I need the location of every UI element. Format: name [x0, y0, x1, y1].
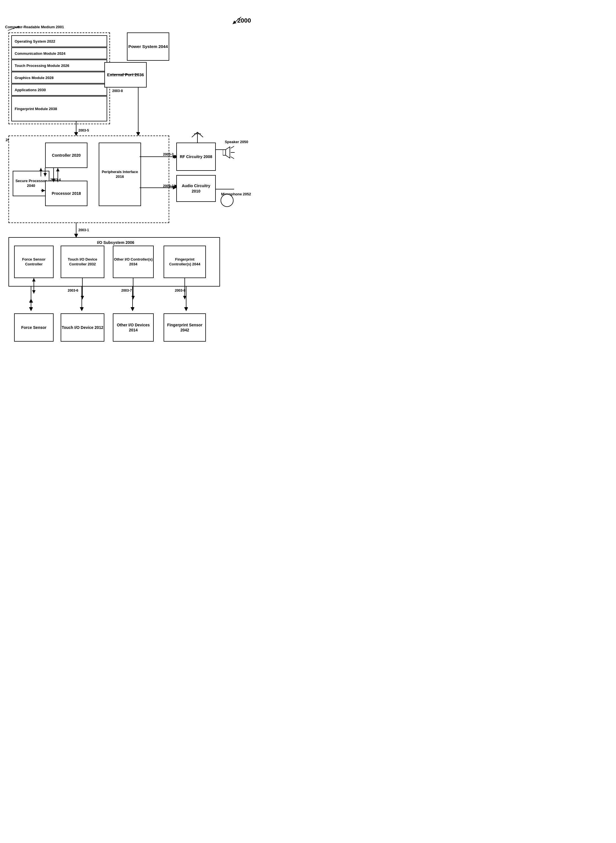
force-sensor-controller-box: Force Sensor Controller [14, 246, 54, 278]
crm-to-main-arrows [0, 121, 260, 137]
power-system-box: Power System 2044 [127, 32, 169, 61]
graphics-module-row: Graphics Module 2028 [11, 72, 107, 84]
comm-module-row: Communication Module 2024 [11, 47, 107, 59]
internal-arrows [9, 141, 104, 212]
conn-2003-8-top-label: 2003-8 [112, 89, 123, 93]
svg-point-31 [221, 194, 233, 207]
diagram-container: 2000 Computer-Readable Medium 2001 Opera… [0, 0, 260, 356]
peripherals-interface-box: Peripherals Interface 2016 [99, 143, 141, 206]
fingerprint-module-row: Fingerprint Module 2038 [11, 96, 107, 121]
fingerprint-sensor-box: Fingerprint Sensor 2042 [164, 313, 206, 341]
svg-marker-26 [226, 147, 230, 158]
touch-proc-module-row: Touch Processing Module 2026 [11, 60, 107, 71]
diagram-number-arrow [227, 16, 244, 27]
speaker-label: Speaker 2050 [225, 140, 248, 144]
ext-port-line [110, 73, 138, 76]
other-io-devices-box: Other I/O Devices 2014 [113, 313, 154, 341]
audio-circuitry-box: Audio Circuitry 2010 [176, 175, 216, 202]
io-subsystem-label: I/O Subsystem 2006 [97, 240, 134, 245]
touch-io-device-box: Touch I/O Device 2012 [61, 313, 104, 341]
force-sensor-box: Force Sensor [14, 313, 54, 341]
other-io-controllers-box: Other I/O Controller(s) 2034 [113, 246, 154, 278]
touch-io-controller-box: Touch I/O Device Controller 2032 [61, 246, 104, 278]
bottom-arrows-svg [0, 278, 260, 315]
svg-line-30 [231, 157, 234, 159]
perf-to-rf-audio-arrows [139, 141, 180, 206]
svg-line-28 [231, 146, 234, 148]
speaker-icon [223, 146, 240, 161]
svg-line-20 [233, 17, 241, 24]
svg-line-22 [8, 26, 19, 31]
svg-rect-27 [223, 150, 226, 155]
rf-circuitry-box: RF Circuitry 2008 [176, 143, 216, 171]
crm-arrow [5, 25, 28, 33]
os-module-row: Operating System 2022 [11, 35, 107, 47]
microphone-icon [220, 193, 234, 207]
apps-module-row: Applications 2030 [11, 84, 107, 96]
main-to-io-arrow [70, 222, 85, 240]
fingerprint-controller-box: Fingerprint Controller(s) 2044 [164, 246, 206, 278]
